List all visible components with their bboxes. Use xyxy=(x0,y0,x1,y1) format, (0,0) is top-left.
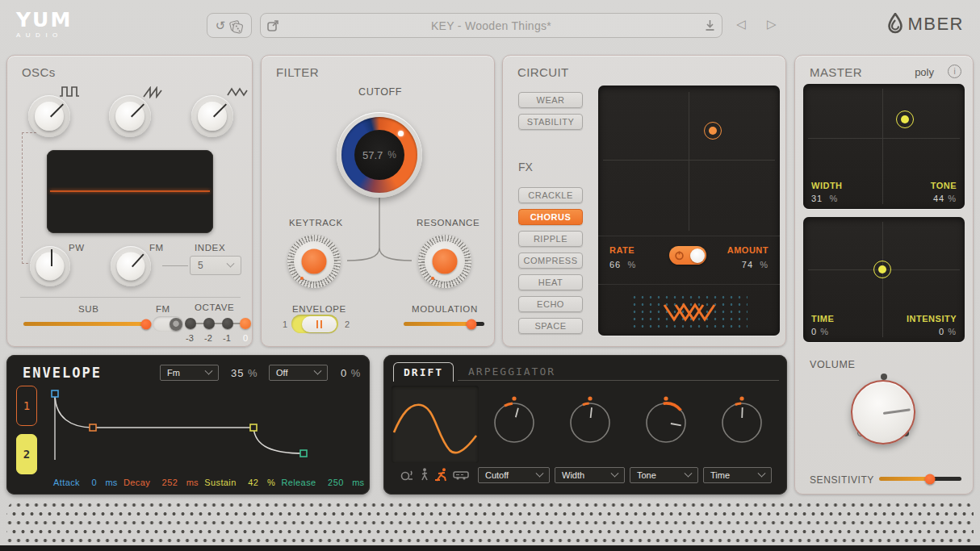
master-title: MASTER xyxy=(810,65,862,79)
envelope-tab-1[interactable]: 1 xyxy=(16,386,37,426)
fx-button-echo[interactable]: ECHO xyxy=(518,296,583,312)
sensitivity-slider[interactable] xyxy=(879,477,961,481)
wear-button[interactable]: WEAR xyxy=(518,92,583,108)
fx-button-ripple[interactable]: RIPPLE xyxy=(518,231,583,247)
fx-button-space[interactable]: SPACE xyxy=(518,318,583,334)
sensitivity-label: SENSITIVITY xyxy=(810,474,874,486)
fm-label: FM xyxy=(149,243,164,253)
fx-button-compress[interactable]: COMPRESS xyxy=(518,253,583,269)
voice-mode[interactable]: poly xyxy=(915,66,934,78)
sustain-readout[interactable]: Sustain 42 % xyxy=(204,474,274,489)
env-dest1-dropdown[interactable]: Fm xyxy=(160,365,219,381)
cutoff-knob[interactable]: 57.7 % xyxy=(337,112,422,198)
drift-dest-dropdown-2[interactable]: Width xyxy=(555,467,625,483)
envelope-tab-2[interactable]: 2 xyxy=(16,434,37,474)
vehicle-icon[interactable] xyxy=(453,470,469,480)
pw-label: PW xyxy=(69,243,85,253)
envelope-option-1[interactable]: 1 xyxy=(283,319,287,329)
decay-readout[interactable]: Decay 252 ms xyxy=(124,474,199,489)
drift-dest-dropdown-4[interactable]: Time xyxy=(703,467,772,483)
release-readout[interactable]: Release 250 ms xyxy=(281,474,364,489)
osc1-level-knob[interactable] xyxy=(28,95,70,137)
octave-dot--1[interactable] xyxy=(222,318,233,329)
chevron-down-icon xyxy=(536,469,544,477)
run-icon[interactable] xyxy=(434,468,449,482)
dice-icon[interactable] xyxy=(230,21,243,31)
sub-slider-handle[interactable] xyxy=(141,319,152,329)
history-icon[interactable]: ↺ xyxy=(216,19,226,31)
intensity-label: INTENSITY xyxy=(907,314,957,324)
master-panel: MASTER poly i WIDTH 31 % TONE 44 % TIME … xyxy=(794,55,974,495)
drift-knob-2[interactable] xyxy=(567,395,613,447)
preset-name[interactable]: KEY - Wooden Things* xyxy=(285,19,697,32)
volume-pointer xyxy=(883,408,911,415)
snail-icon[interactable] xyxy=(400,470,414,481)
envelope-switch-handle[interactable] xyxy=(302,316,337,332)
keytrack-knob[interactable] xyxy=(287,235,341,288)
octave-label: OCTAVE xyxy=(195,303,234,312)
plugin-window: YUM AUDIO ↺ KEY - Wooden Things* ◁ ▷ MBE… xyxy=(0,0,980,551)
circuit-xy-pad[interactable]: RATE 66 % AMOUNT 74 % xyxy=(598,86,780,336)
open-preset-icon[interactable] xyxy=(261,19,285,32)
time-intensity-pad[interactable]: TIME 0 % INTENSITY 0 % xyxy=(803,217,965,342)
octave-dot--2[interactable] xyxy=(203,318,215,329)
save-preset-icon[interactable] xyxy=(697,19,722,31)
tab-arpeggiator[interactable]: ARPEGGIATOR xyxy=(468,365,555,378)
stability-button[interactable]: STABILITY xyxy=(518,114,583,130)
octave-tick-label: -3 xyxy=(186,333,194,343)
octave-tick-label: -2 xyxy=(204,333,212,343)
attack-readout[interactable]: Attack 0 ms xyxy=(53,474,117,489)
divider xyxy=(20,297,241,298)
sensitivity-slider-handle[interactable] xyxy=(925,474,936,484)
volume-knob[interactable] xyxy=(851,380,915,445)
pw-knob[interactable] xyxy=(30,246,70,286)
envelope-option-2[interactable]: 2 xyxy=(345,319,350,329)
speaker-grille xyxy=(6,500,974,546)
filter-envelope-switch[interactable] xyxy=(291,315,338,333)
drift-dest-dropdown-1[interactable]: Cutoff xyxy=(478,467,550,483)
drift-knob-1[interactable] xyxy=(492,395,537,447)
walk-icon[interactable] xyxy=(419,468,429,482)
fx-button-crackle[interactable]: CRACKLE xyxy=(518,187,583,203)
drift-knob-3[interactable] xyxy=(643,395,689,447)
chevron-down-icon xyxy=(685,469,693,477)
width-tone-pad[interactable]: WIDTH 31 % TONE 44 % xyxy=(803,84,965,209)
osc2-level-knob[interactable] xyxy=(109,95,151,137)
next-preset-button[interactable]: ▷ xyxy=(767,17,777,31)
drift-dest-dropdown-3[interactable]: Tone xyxy=(630,467,698,483)
modulation-slider-handle[interactable] xyxy=(467,319,477,329)
fx-button-chorus[interactable]: CHORUS xyxy=(518,209,583,225)
envelope-panel: ENVELOPE Fm 35 % Off 0 % 1 2 Attack xyxy=(6,355,370,495)
prev-preset-button[interactable]: ◁ xyxy=(736,17,746,31)
env-dest2-dropdown[interactable]: Off xyxy=(269,365,328,381)
octave-dot--3[interactable] xyxy=(185,318,196,329)
osc3-level-knob[interactable] xyxy=(191,95,233,137)
fm-toggle[interactable] xyxy=(153,316,183,332)
fx-label: FX xyxy=(518,161,533,173)
rate-label: RATE xyxy=(609,245,634,255)
modulation-slider[interactable] xyxy=(404,322,484,326)
tab-underline xyxy=(458,380,779,381)
info-icon[interactable]: i xyxy=(948,65,961,78)
bottom-edge xyxy=(0,545,980,551)
saw-wave-icon xyxy=(143,86,162,98)
rate-value: 66 % xyxy=(609,260,636,269)
keytrack-label: KEYTRACK xyxy=(289,218,343,227)
fx-power-toggle[interactable] xyxy=(669,246,706,265)
triangle-wave-icon xyxy=(227,86,248,98)
intensity-value: 0 % xyxy=(939,327,957,336)
sub-label: SUB xyxy=(78,304,98,314)
fx-button-heat[interactable]: HEAT xyxy=(518,274,583,290)
sub-slider[interactable] xyxy=(23,322,151,326)
time-label: TIME xyxy=(811,314,834,324)
fm-knob[interactable] xyxy=(111,246,151,286)
index-dropdown[interactable]: 5 xyxy=(190,256,241,275)
amount-label: AMOUNT xyxy=(727,245,769,255)
fx-wave-logo xyxy=(661,302,718,323)
preset-bar[interactable]: KEY - Wooden Things* xyxy=(260,13,722,38)
drift-knob-4[interactable] xyxy=(719,395,764,447)
resonance-knob[interactable] xyxy=(418,235,471,288)
octave-dot-0-selected[interactable] xyxy=(240,318,251,329)
tab-drift[interactable]: DRIFT xyxy=(393,362,454,382)
envelope-curve[interactable] xyxy=(47,386,370,474)
